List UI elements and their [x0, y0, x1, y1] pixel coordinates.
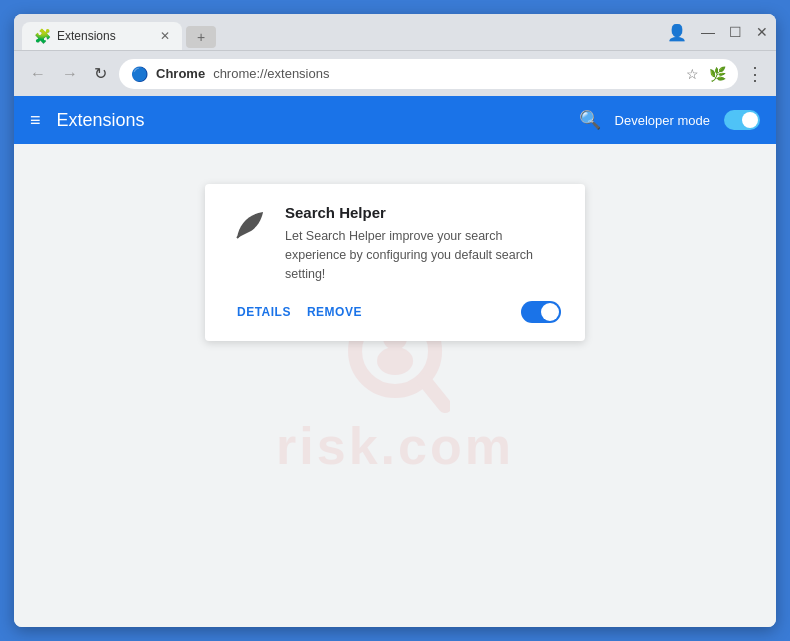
- browser-window: 🧩 Extensions ✕ + 👤 — ☐ ✕ ← → ↻ 🔵 Chrome …: [14, 14, 776, 627]
- developer-mode-toggle[interactable]: [724, 110, 760, 130]
- more-menu-button[interactable]: ⋮: [746, 63, 764, 85]
- url-chrome-label: Chrome: [156, 66, 205, 81]
- extension-description: Let Search Helper improve your search ex…: [285, 227, 561, 283]
- extensions-header: ≡ Extensions 🔍 Developer mode: [14, 96, 776, 144]
- bookmark-icon[interactable]: ☆: [686, 66, 699, 82]
- svg-point-3: [377, 347, 413, 375]
- menu-button[interactable]: ≡: [30, 110, 41, 131]
- svg-line-1: [424, 380, 445, 406]
- extensions-content: risk.com Search Helper Let Search Helper…: [14, 144, 776, 627]
- window-controls: 👤 — ☐ ✕: [667, 23, 768, 42]
- developer-mode-label: Developer mode: [615, 113, 710, 128]
- header-right: 🔍 Developer mode: [579, 109, 760, 131]
- search-button[interactable]: 🔍: [579, 109, 601, 131]
- extension-enable-toggle[interactable]: [521, 301, 561, 323]
- close-button[interactable]: ✕: [756, 24, 768, 40]
- tab-label: Extensions: [57, 29, 116, 43]
- toolbar-icons: ⋮: [746, 63, 764, 85]
- tab-strip: 🧩 Extensions ✕ +: [22, 14, 667, 50]
- active-tab[interactable]: 🧩 Extensions ✕: [22, 22, 182, 50]
- reload-button[interactable]: ↻: [90, 60, 111, 87]
- extension-card-footer: DETAILS REMOVE: [229, 299, 561, 325]
- details-button[interactable]: DETAILS: [229, 299, 299, 325]
- secure-icon: 🔵: [131, 66, 148, 82]
- address-bar: ← → ↻ 🔵 Chrome chrome://extensions ☆ 🌿 ⋮: [14, 50, 776, 96]
- url-bar[interactable]: 🔵 Chrome chrome://extensions ☆ 🌿: [119, 59, 738, 89]
- extension-info: Search Helper Let Search Helper improve …: [285, 204, 561, 283]
- url-text: chrome://extensions: [213, 66, 329, 81]
- tab-icon: 🧩: [34, 28, 51, 44]
- extension-icon[interactable]: 🌿: [709, 66, 726, 82]
- tab-close-button[interactable]: ✕: [160, 29, 170, 43]
- extension-card: Search Helper Let Search Helper improve …: [205, 184, 585, 341]
- forward-button[interactable]: →: [58, 61, 82, 87]
- extension-logo: [229, 204, 269, 244]
- maximize-button[interactable]: ☐: [729, 24, 742, 40]
- title-bar: 🧩 Extensions ✕ + 👤 — ☐ ✕: [14, 14, 776, 50]
- back-button[interactable]: ←: [26, 61, 50, 87]
- profile-icon[interactable]: 👤: [667, 23, 687, 42]
- page-title: Extensions: [57, 110, 145, 131]
- minimize-button[interactable]: —: [701, 24, 715, 40]
- url-bar-actions: ☆ 🌿: [686, 66, 726, 82]
- watermark-text: risk.com: [276, 416, 514, 476]
- extension-card-header: Search Helper Let Search Helper improve …: [229, 204, 561, 283]
- remove-button[interactable]: REMOVE: [299, 299, 370, 325]
- new-tab-button[interactable]: +: [186, 26, 216, 48]
- extension-name: Search Helper: [285, 204, 561, 221]
